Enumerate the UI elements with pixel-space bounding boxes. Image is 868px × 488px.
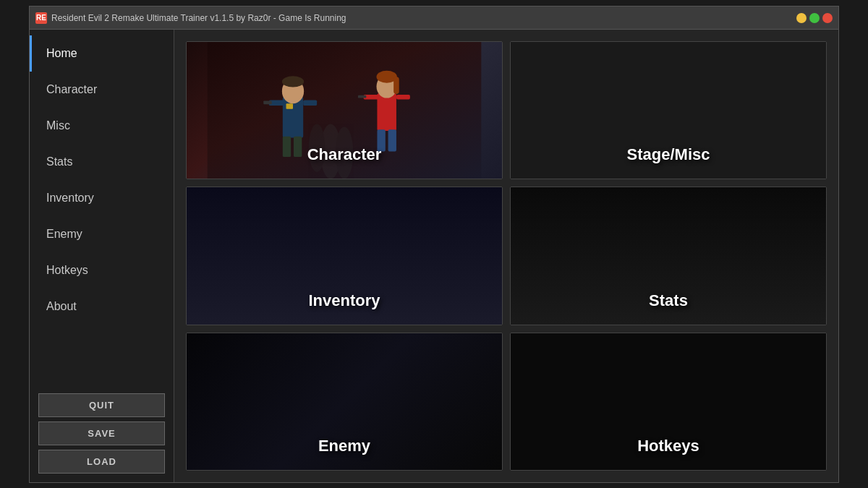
sidebar-item-about[interactable]: About (30, 288, 174, 325)
main-content: Character (174, 30, 838, 482)
sidebar-item-hotkeys[interactable]: Hotkeys (30, 252, 174, 288)
load-button[interactable]: LOAD (38, 450, 165, 474)
minimize-button[interactable]: — (796, 13, 807, 23)
svg-rect-10 (377, 93, 396, 131)
sidebar-item-stats[interactable]: Stats (30, 144, 174, 180)
svg-rect-16 (396, 95, 410, 100)
main-window: RE Resident Evil 2 Remake Ultimate Train… (29, 6, 839, 483)
svg-rect-15 (358, 95, 366, 98)
sidebar-item-character[interactable]: Character (30, 72, 174, 108)
tile-hotkeys-label: Hotkeys (637, 437, 699, 455)
svg-rect-6 (263, 100, 271, 104)
svg-rect-9 (294, 137, 302, 157)
title-bar-left: RE Resident Evil 2 Remake Ultimate Train… (35, 12, 346, 24)
close-button[interactable]: ✕ (822, 13, 833, 23)
tile-stage-label: Stage/Misc (627, 145, 710, 164)
svg-rect-4 (286, 103, 293, 109)
sidebar-item-enemy[interactable]: Enemy (30, 216, 174, 252)
maximize-button[interactable]: □ (809, 13, 820, 23)
tile-stage[interactable]: H Chief's Office Stage/Misc (510, 41, 827, 179)
svg-rect-8 (283, 137, 291, 157)
tile-hotkeys[interactable]: Hotkeys (510, 333, 827, 471)
svg-rect-13 (393, 77, 399, 94)
svg-point-3 (282, 76, 304, 87)
tile-stats[interactable]: Leon [2nd] Claire [2nd] ♛ ♛ (510, 187, 827, 325)
tile-character-label: Character (307, 145, 382, 164)
quit-button[interactable]: QUIT (38, 393, 165, 417)
tile-enemy-label: Enemy (318, 437, 370, 455)
sidebar-item-misc[interactable]: Misc (30, 108, 174, 144)
app-body: Home Character Misc Stats Inventory Enem… (30, 30, 838, 482)
app-icon: RE (35, 12, 47, 24)
svg-rect-18 (388, 129, 396, 151)
sidebar-buttons: QUIT SAVE LOAD (30, 385, 174, 482)
title-bar-text: Resident Evil 2 Remake Ultimate Trainer … (51, 13, 346, 23)
tile-inventory-label: Inventory (308, 291, 380, 310)
sidebar: Home Character Misc Stats Inventory Enem… (30, 30, 174, 482)
sidebar-item-inventory[interactable]: Inventory (30, 180, 174, 216)
tile-enemy[interactable]: Enemy (186, 333, 503, 471)
save-button[interactable]: SAVE (38, 421, 165, 445)
tile-character[interactable]: Character (186, 41, 503, 179)
sidebar-item-home[interactable]: Home (30, 35, 174, 72)
sidebar-nav: Home Character Misc Stats Inventory Enem… (30, 30, 174, 385)
svg-rect-7 (303, 100, 317, 106)
tile-inventory[interactable]: ∞ ∞ E (186, 187, 503, 325)
title-bar: RE Resident Evil 2 Remake Ultimate Train… (30, 7, 838, 30)
tile-stats-label: Stats (649, 291, 688, 310)
title-bar-controls: — □ ✕ (796, 13, 833, 23)
